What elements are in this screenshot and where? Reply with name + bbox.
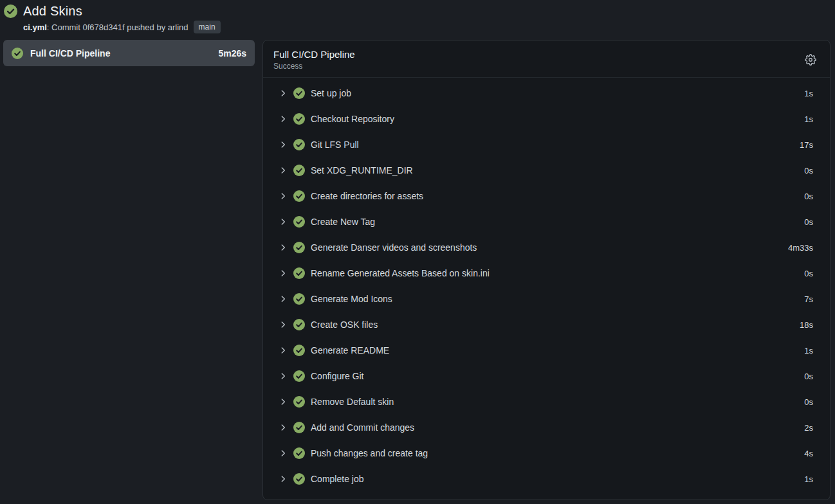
step-name: Remove Default skin xyxy=(311,397,394,407)
job-settings-button[interactable] xyxy=(804,53,817,66)
chevron-right-icon[interactable] xyxy=(279,89,288,98)
workflow-run-page: Add Skins ci.yml: Commit 0f678d341f push… xyxy=(0,0,835,504)
jobs-sidebar: Full CI/CD Pipeline 5m26s xyxy=(3,40,255,66)
step-duration: 1s xyxy=(804,114,813,124)
job-status-check-icon xyxy=(12,48,23,59)
step-name: Create New Tag xyxy=(311,217,375,227)
chevron-right-icon[interactable] xyxy=(279,269,288,278)
step-duration: 0s xyxy=(804,397,813,407)
step-duration: 17s xyxy=(800,140,813,150)
step-duration: 0s xyxy=(804,269,813,278)
step-row[interactable]: Rename Generated Assets Based on skin.in… xyxy=(263,260,830,286)
steps-list: Set up job 1s Checkout Repository 1s Git… xyxy=(263,78,830,500)
step-row[interactable]: Set up job 1s xyxy=(263,80,830,106)
workflow-file-name: ci.yml xyxy=(23,22,47,32)
step-row[interactable]: Complete job 1s xyxy=(263,466,830,492)
step-duration: 0s xyxy=(804,192,813,201)
step-row[interactable]: Set XDG_RUNTIME_DIR 0s xyxy=(263,158,830,183)
chevron-right-icon[interactable] xyxy=(279,449,288,458)
chevron-right-icon[interactable] xyxy=(279,346,288,355)
step-row[interactable]: Checkout Repository 1s xyxy=(263,106,830,132)
step-duration: 4m33s xyxy=(788,243,813,253)
chevron-right-icon[interactable] xyxy=(279,114,288,123)
chevron-right-icon[interactable] xyxy=(279,474,288,483)
step-name: Generate Mod Icons xyxy=(311,294,392,304)
step-duration: 2s xyxy=(804,423,813,433)
step-status-check-icon xyxy=(293,319,305,330)
run-content: Full CI/CD Pipeline 5m26s Full CI/CD Pip… xyxy=(3,40,830,500)
step-name: Configure Git xyxy=(311,371,363,381)
step-name: Add and Commit changes xyxy=(311,422,414,433)
step-duration: 0s xyxy=(804,217,813,227)
step-status-check-icon xyxy=(293,87,305,99)
step-row[interactable]: Generate Danser videos and screenshots 4… xyxy=(263,235,830,260)
chevron-right-icon[interactable] xyxy=(279,243,288,252)
step-duration: 1s xyxy=(804,474,813,484)
chevron-right-icon[interactable] xyxy=(279,372,288,381)
job-name: Full CI/CD Pipeline xyxy=(30,48,110,59)
step-name: Create directories for assets xyxy=(311,191,423,201)
step-status-check-icon xyxy=(293,422,305,433)
chevron-right-icon[interactable] xyxy=(279,423,288,432)
chevron-right-icon[interactable] xyxy=(279,192,288,201)
step-status-check-icon xyxy=(293,139,305,150)
branch-badge[interactable]: main xyxy=(194,21,221,33)
commit-message: ci.yml: Commit 0f678d341f pushed by arli… xyxy=(23,22,188,32)
chevron-right-icon[interactable] xyxy=(279,140,288,149)
step-row[interactable]: Push changes and create tag 4s xyxy=(263,440,830,466)
step-row[interactable]: Add and Commit changes 2s xyxy=(263,415,830,440)
step-duration: 0s xyxy=(804,166,813,176)
step-name: Create OSK files xyxy=(311,320,378,330)
run-subtitle: ci.yml: Commit 0f678d341f pushed by arli… xyxy=(23,21,829,33)
chevron-right-icon[interactable] xyxy=(279,217,288,226)
step-name: Checkout Repository xyxy=(311,114,394,124)
step-row[interactable]: Generate README 1s xyxy=(263,338,830,363)
step-name: Set up job xyxy=(311,88,351,98)
job-panel-header: Full CI/CD Pipeline Success xyxy=(263,40,830,78)
step-row[interactable]: Git LFS Pull 17s xyxy=(263,132,830,158)
step-duration: 18s xyxy=(800,320,813,330)
step-row[interactable]: Create directories for assets 0s xyxy=(263,183,830,209)
step-row[interactable]: Remove Default skin 0s xyxy=(263,389,830,415)
step-name: Complete job xyxy=(311,474,364,484)
step-status-check-icon xyxy=(293,447,305,459)
step-status-check-icon xyxy=(293,345,305,356)
run-status-check-icon xyxy=(4,4,17,18)
step-row[interactable]: Generate Mod Icons 7s xyxy=(263,286,830,312)
step-status-check-icon xyxy=(293,113,305,125)
chevron-right-icon[interactable] xyxy=(279,320,288,329)
step-status-check-icon xyxy=(293,293,305,305)
step-status-check-icon xyxy=(293,190,305,202)
step-name: Git LFS Pull xyxy=(311,140,359,150)
run-header: Add Skins ci.yml: Commit 0f678d341f push… xyxy=(0,0,835,33)
step-name: Rename Generated Assets Based on skin.in… xyxy=(311,268,490,278)
step-name: Generate Danser videos and screenshots xyxy=(311,242,477,253)
step-status-check-icon xyxy=(293,165,305,176)
step-duration: 1s xyxy=(804,89,813,98)
step-duration: 0s xyxy=(804,372,813,381)
chevron-right-icon[interactable] xyxy=(279,397,288,406)
step-name: Set XDG_RUNTIME_DIR xyxy=(311,165,413,176)
step-name: Push changes and create tag xyxy=(311,448,428,458)
step-duration: 4s xyxy=(804,449,813,458)
job-status-text: Success xyxy=(273,62,355,71)
job-duration: 5m26s xyxy=(218,48,246,59)
job-item-full-pipeline[interactable]: Full CI/CD Pipeline 5m26s xyxy=(3,40,255,66)
chevron-right-icon[interactable] xyxy=(279,166,288,175)
step-status-check-icon xyxy=(293,242,305,253)
step-status-check-icon xyxy=(293,473,305,485)
step-name: Generate README xyxy=(311,345,389,356)
job-detail-panel: Full CI/CD Pipeline Success Set up job 1… xyxy=(262,40,830,500)
job-panel-title: Full CI/CD Pipeline xyxy=(273,49,355,60)
step-row[interactable]: Create New Tag 0s xyxy=(263,209,830,235)
step-status-check-icon xyxy=(293,216,305,228)
step-row[interactable]: Configure Git 0s xyxy=(263,363,830,389)
chevron-right-icon[interactable] xyxy=(279,294,288,303)
gear-icon xyxy=(805,54,816,66)
step-row[interactable]: Create OSK files 18s xyxy=(263,312,830,338)
step-status-check-icon xyxy=(293,396,305,408)
run-title: Add Skins xyxy=(23,4,82,19)
step-duration: 7s xyxy=(804,294,813,304)
step-duration: 1s xyxy=(804,346,813,356)
step-status-check-icon xyxy=(293,267,305,279)
